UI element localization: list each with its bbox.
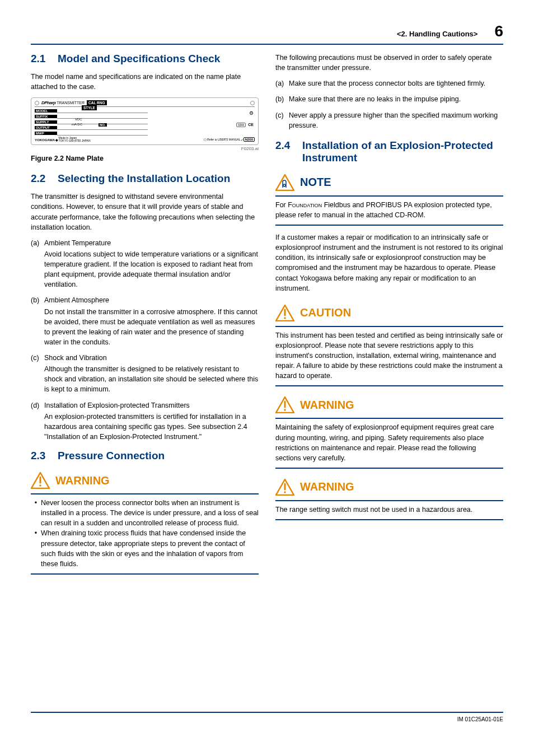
heading-2-2: 2.2 Selecting the Installation Location [31,172,259,185]
heading-number: 2.3 [31,450,58,462]
warning-label: WARNING [55,474,110,487]
heading-title: Model and Specifications Check [58,53,220,65]
paragraph: The following precautions must be observ… [275,53,503,73]
right-column: The following precautions must be observ… [275,53,503,712]
note-box: NOTE For Foundation Fieldbus and PROFIBU… [275,171,503,232]
heading-number: 2.4 [275,139,302,164]
warning-box: WARNING The range setting switch must no… [275,475,503,527]
list-item-c: (c) Shock and VibrationAlthough the tran… [31,353,259,395]
left-column: 2.1 Model and Specifications Check The m… [31,53,259,712]
list-item-a: (a)Make sure that the process connector … [275,78,503,88]
warning-body: The range setting switch must not be use… [275,505,503,520]
paragraph: If a customer makes a repair or modifica… [275,232,503,293]
svg-point-13 [284,491,286,493]
svg-marker-3 [276,175,294,190]
paragraph: The model name and specifications are in… [31,72,259,92]
svg-point-7 [284,317,286,319]
list-item-c: (c)Never apply a pressure higher than th… [275,110,503,130]
list-item-a: (a) Ambient TemperatureAvoid locations s… [31,238,259,290]
svg-point-10 [284,409,286,412]
heading-2-1: 2.1 Model and Specifications Check [31,53,259,65]
footer-code: IM 01C25A01-01E [31,716,503,722]
warning-body: Maintaining the safety of explosionproof… [275,422,503,469]
section-indicator: <2. Handling Cautions> [397,30,477,38]
warning-icon [31,472,50,489]
list-item-b: (b) Ambient AtmosphereDo not install the… [31,295,259,347]
svg-point-2 [39,484,41,487]
warning-box: WARNING Maintaining the safety of explos… [275,393,503,475]
list-item-d: (d) Installation of Explosion-protected … [31,400,259,442]
note-icon [275,174,294,191]
note-label: NOTE [300,176,331,189]
admon-rule [275,500,503,501]
nameplate-figure: DPharp TRANSMITTER CAL RNG MODEL SUFFIX … [31,97,259,145]
paragraph: The transmitter is designed to withstand… [31,192,259,232]
heading-title: Pressure Connection [58,450,165,462]
heading-2-4: 2.4 Installation of an Explosion-Protect… [275,139,503,164]
page-header: <2. Handling Cautions> 6 [31,22,503,40]
warning-label: WARNING [300,480,354,493]
caution-body: This instrument has been tested and cert… [275,330,503,387]
figure-caption: Figure 2.2 Name Plate [31,155,259,162]
content-columns: 2.1 Model and Specifications Check The m… [31,53,503,712]
note-body: For Foundation Fieldbus and PROFIBUS PA … [275,200,503,226]
list-item-b: (b)Make sure that there are no leaks in … [275,94,503,104]
caution-icon [275,305,294,321]
warning-body: •Never loosen the process connector bolt… [31,498,259,575]
heading-2-3: 2.3 Pressure Connection [31,450,259,462]
warning-label: WARNING [300,399,354,412]
figure-ref: F0203.ai [31,146,259,151]
heading-title: Installation of an Explosion-Protected I… [302,139,503,164]
svg-point-4 [283,184,285,186]
admon-rule [275,195,503,197]
caution-box: CAUTION This instrument has been tested … [275,301,503,394]
page-number: 6 [494,22,503,40]
admon-rule [275,326,503,327]
header-rule [31,44,503,45]
caution-label: CAUTION [300,306,351,319]
footer-rule [31,712,503,713]
heading-number: 2.2 [31,172,58,185]
warning-icon [275,479,294,496]
warning-box: WARNING •Never loosen the process connec… [31,469,259,581]
heading-number: 2.1 [31,53,58,65]
admon-rule [31,493,259,494]
admon-rule [275,418,503,419]
heading-title: Selecting the Installation Location [58,172,230,185]
warning-icon [275,396,294,413]
